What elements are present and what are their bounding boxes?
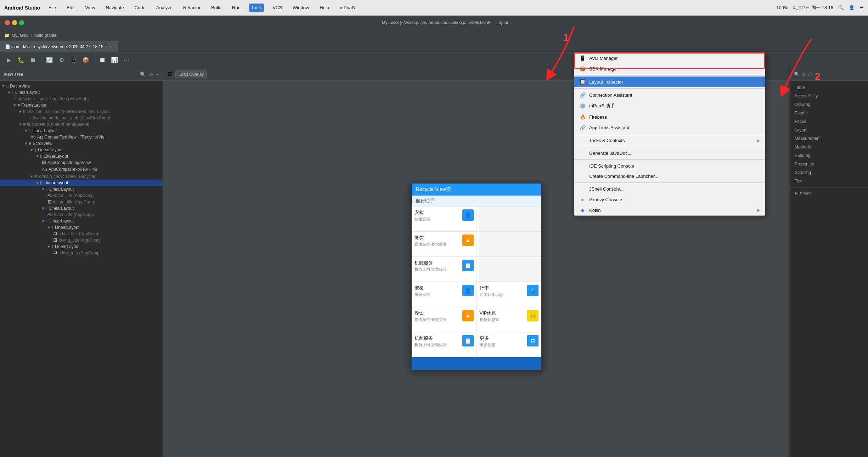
attributes-list: Table Accessibility Drawing Events Focus… — [790, 81, 868, 200]
groovy-icon: ● — [579, 197, 586, 202]
menu-help[interactable]: Help — [317, 4, 331, 12]
toolbar-profiler-btn[interactable]: 📊 — [109, 55, 120, 66]
tree-row[interactable]: 🖼 id/img_title (AppComp — [0, 199, 163, 205]
tree-row[interactable]: ▼ ⫿ LinearLayout — [0, 243, 163, 250]
main-tab[interactable]: 📄 com.davis.recyclerviewdemo_2020.04.27_… — [0, 41, 118, 52]
toolbar-avd-btn[interactable]: 📱 — [68, 55, 79, 66]
tree-row[interactable]: ⋯ id/action_mode_bar_stub (ViewStub) — [0, 96, 163, 102]
close-button[interactable] — [5, 20, 10, 25]
menu-run[interactable]: Run — [230, 4, 243, 12]
tasks-contexts-item[interactable]: Tasks & Contexts ▶ — [574, 135, 765, 146]
menu-file[interactable]: File — [46, 4, 58, 12]
attr-text[interactable]: Text — [790, 177, 868, 185]
connection-assistant-item[interactable]: 🔗 Connection Assistant — [574, 90, 765, 100]
attr-measurement[interactable]: Measurement — [790, 135, 868, 142]
toolbar-sdk-btn[interactable]: 📦 — [80, 55, 91, 66]
menu-window[interactable]: Window — [291, 4, 311, 12]
firebase-item[interactable]: 🔥 Firebase — [574, 112, 765, 122]
phone-header: RecyclerView实 — [412, 184, 541, 196]
tree-row[interactable]: ▼ ≡ id/main_recycleview (Recycler — [0, 173, 163, 180]
tree-row[interactable]: Ab id/txt_info (AppComp — [0, 211, 163, 218]
attr-layout[interactable]: Layout — [790, 126, 868, 134]
attr-scrolling[interactable]: Scrolling — [790, 169, 868, 176]
tree-row[interactable]: ▼ ⫿ LinearLayout — [0, 218, 163, 224]
breadcrumb-file[interactable]: build.gradle — [34, 33, 56, 38]
minimize-icon[interactable]: − — [156, 72, 159, 77]
search-icon[interactable]: 🔍 — [838, 5, 844, 10]
tree-row[interactable]: ▼ ⫿ LinearLayout — [0, 186, 163, 192]
separator — [574, 134, 765, 134]
tree-row[interactable]: ▼ ■ id/content (ContentFrameLayout) — [0, 121, 163, 128]
tree-row-selected[interactable]: ▼ ⫿ LinearLayout — [0, 180, 163, 186]
settings-icon[interactable]: ⚙ — [149, 72, 153, 77]
menu-navigate[interactable]: Navigate — [103, 4, 126, 12]
avd-manager-item[interactable]: 📱 AVD Manager — [574, 53, 765, 63]
app-links-item[interactable]: 🔗 App Links Assistant — [574, 122, 765, 133]
search-icon[interactable]: 🔍 — [794, 72, 800, 77]
command-line-item[interactable]: Create Command-line Launcher... — [574, 171, 765, 181]
tree-row[interactable]: Ab id/txt_title (AppComp — [0, 231, 163, 237]
tree-row[interactable]: ▼ □ DecorView — [0, 83, 163, 89]
menu-build[interactable]: Build — [209, 4, 224, 12]
attr-methods[interactable]: Methods — [790, 143, 868, 151]
tree-row[interactable]: ▼ ⫿ LinearLayout — [0, 224, 163, 231]
mpaas-item[interactable]: ⚙️ mPaaS 助手 — [574, 100, 765, 112]
layout-inspector-item[interactable]: 🔲 Layout Inspector — [574, 77, 765, 87]
search-icon[interactable]: 🔍 — [140, 72, 146, 77]
toolbar-stop-btn[interactable]: ⏹ — [28, 55, 38, 66]
sdk-label: SDK Manager — [589, 66, 618, 72]
tree-row[interactable]: ▼ ■ ScrollView — [0, 140, 163, 147]
attr-table[interactable]: Table — [790, 84, 868, 91]
tree-row[interactable]: ▼ ⫿ LinearLayout — [0, 205, 163, 211]
theme-section[interactable]: ▶ theme — [790, 190, 868, 197]
tools-dropdown-menu[interactable]: 📱 AVD Manager 📦 SDK Manager 🔲 Layout Ins… — [574, 52, 765, 216]
menu-tools[interactable]: Tools — [249, 4, 264, 12]
tree-row[interactable]: Ab id/txt_info (AppComp — [0, 250, 163, 256]
tree-row[interactable]: ▼ ⫿ id/action_bar_root (FitWindowsLinear… — [0, 108, 163, 115]
attr-events[interactable]: Events — [790, 109, 868, 117]
attr-drawing[interactable]: Drawing — [790, 101, 868, 108]
toolbar-debug-btn[interactable]: 🐛 — [16, 55, 26, 66]
toolbar-sync-btn[interactable]: 🔄 — [44, 55, 55, 66]
attr-properties[interactable]: Properties — [790, 160, 868, 168]
attr-focus[interactable]: Focus — [790, 118, 868, 125]
tree-row[interactable]: ▼ ⫿ LinearLayout — [0, 89, 163, 96]
tree-row[interactable]: ▼ ⫿ LinearLayout — [0, 147, 163, 153]
tree-row[interactable]: Ab id/txt_title (AppComp — [0, 192, 163, 199]
menu-refactor[interactable]: Refactor — [181, 4, 203, 12]
menu-mpaas[interactable]: mPaaS — [338, 4, 357, 12]
menu-view[interactable]: View — [83, 4, 97, 12]
menu-icon[interactable]: ☰ — [859, 5, 864, 10]
toolbar-layout-btn[interactable]: 🔲 — [97, 55, 108, 66]
kotlin-item[interactable]: ◆ Kotlin ▶ — [574, 205, 765, 215]
generate-javadoc-item[interactable]: Generate JavaDoc... — [574, 148, 765, 158]
tree-row[interactable]: ▼ ⫿ LinearLayout — [0, 128, 163, 134]
attr-accessibility[interactable]: Accessibility — [790, 92, 868, 100]
attr-padding[interactable]: Padding — [790, 152, 868, 159]
menu-code[interactable]: Code — [133, 4, 148, 12]
tree-row[interactable]: Ab AppCompatTextView - "航 — [0, 166, 163, 173]
jshell-item[interactable]: JShell Console... — [574, 184, 765, 194]
tree-row[interactable]: ▼ ⫿ LinearLayout — [0, 153, 163, 159]
tab-close-icon[interactable]: ✕ — [110, 45, 113, 49]
toolbar-more-btn[interactable]: ⋯ — [121, 55, 132, 66]
menu-analyze[interactable]: Analyze — [154, 4, 175, 12]
settings-icon[interactable]: ⚙ — [802, 72, 806, 77]
tree-row[interactable]: Ab AppCompatTextView - "RecyclerVie — [0, 134, 163, 140]
menu-vcs[interactable]: VCS — [270, 4, 284, 12]
tree-row[interactable]: 🖼 AppCompatImageView — [0, 159, 163, 166]
load-overlay-button[interactable]: Load Overlay — [175, 70, 207, 78]
toolbar-run-btn[interactable]: ▶ — [4, 55, 14, 66]
maximize-button[interactable] — [19, 20, 24, 25]
tree-row[interactable]: ▼ ■ FrameLayout — [0, 102, 163, 108]
toolbar-gradle-btn[interactable]: ⚙ — [56, 55, 67, 66]
user-icon[interactable]: 👤 — [849, 5, 855, 10]
ide-scripting-item[interactable]: IDE Scripting Console — [574, 161, 765, 171]
tree-row[interactable]: 🖼 id/img_title (AppComp — [0, 237, 163, 243]
tree-row[interactable]: ⋯ id/action_mode_bar_stub (ViewStubComp — [0, 115, 163, 121]
expand-icon[interactable]: ⬡ — [808, 72, 812, 77]
sdk-manager-item[interactable]: 📦 SDK Manager — [574, 63, 765, 74]
minimize-button[interactable] — [12, 20, 17, 25]
groovy-item[interactable]: ● Groovy Console... — [574, 194, 765, 205]
menu-edit[interactable]: Edit — [64, 4, 77, 12]
